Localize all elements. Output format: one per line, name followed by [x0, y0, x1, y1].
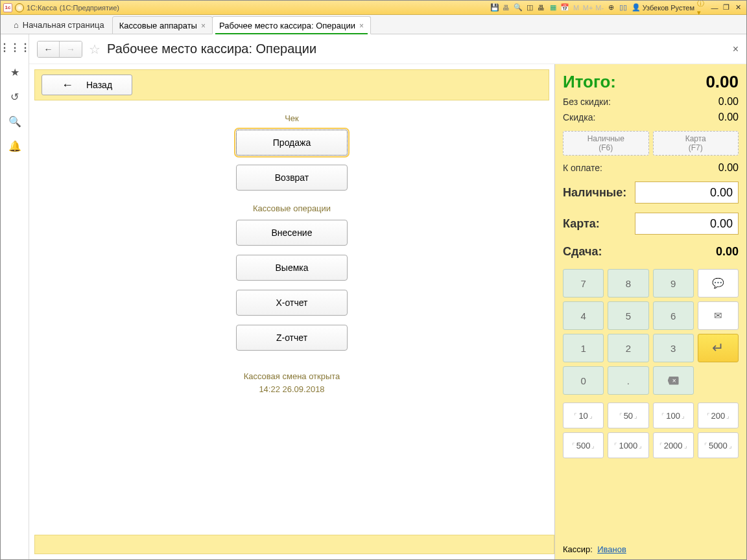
key-6[interactable]: 6 [653, 301, 694, 330]
tab-bar: ⌂ Начальная страница Кассовые аппараты ×… [1, 15, 746, 34]
minimize-icon[interactable]: — [709, 3, 720, 13]
shift-status: Кассовая смена открыта [29, 370, 554, 383]
m-icon[interactable]: M [571, 3, 582, 13]
print-icon[interactable]: 🖶 [501, 3, 512, 13]
calc-icon[interactable]: ▦ [547, 3, 559, 13]
tab-kkm[interactable]: Кассовые аппараты × [112, 16, 213, 34]
withdraw-button[interactable]: Выемка [236, 255, 348, 281]
close-window-icon[interactable]: ✕ [732, 3, 744, 13]
enter-icon: ↵ [712, 340, 724, 356]
key-4[interactable]: 4 [563, 301, 604, 330]
denom-label: 100 [666, 411, 680, 421]
card-pay-button[interactable]: Карта (F7) [653, 131, 739, 156]
close-icon[interactable]: × [201, 21, 206, 30]
key-8[interactable]: 8 [608, 269, 648, 298]
home-tab[interactable]: ⌂ Начальная страница [6, 16, 112, 34]
key-7[interactable]: 7 [563, 269, 604, 298]
page-close-icon[interactable]: × [733, 43, 739, 55]
tab-operations-label: Рабочее место кассира: Операции [219, 21, 355, 30]
search-icon[interactable]: 🔍 [8, 115, 21, 128]
topay-label: К оплате: [563, 163, 602, 173]
denom-label: 50 [624, 411, 633, 421]
zoom-icon[interactable]: ⊕ [606, 3, 617, 13]
card-pay-hint: (F7) [689, 143, 703, 152]
return-button[interactable]: Возврат [236, 165, 348, 191]
compare-icon[interactable]: ◫ [524, 3, 536, 13]
keypad: 7 8 9 💬 4 5 6 ✉ 1 2 3 ↵ 0 . × [563, 269, 739, 395]
home-icon: ⌂ [14, 20, 19, 30]
key-enter[interactable]: ↵ [698, 334, 739, 362]
denom-2000[interactable]: ⌜2000⌟ [653, 432, 694, 458]
history-icon[interactable]: ↺ [8, 90, 21, 103]
x-report-button[interactable]: X-отчет [236, 290, 348, 316]
page-title: Рабочее место кассира: Операции [107, 41, 316, 56]
favorites-icon[interactable]: ★ [8, 65, 21, 78]
denom-5000[interactable]: ⌜5000⌟ [698, 432, 739, 458]
cashier-info: Кассир: Иванов [563, 544, 626, 554]
nodiscount-label: Без скидки: [563, 97, 611, 107]
cash-input-label: Наличные: [563, 186, 626, 200]
key-3[interactable]: 3 [653, 334, 694, 362]
app-mode: (1С:Предприятие) [60, 4, 119, 12]
cash-input[interactable] [635, 181, 739, 204]
nav-forward-button[interactable]: → [60, 41, 82, 57]
denom-label: 2000 [664, 441, 683, 450]
denom-10[interactable]: ⌜10⌟ [563, 402, 604, 428]
denom-100[interactable]: ⌜100⌟ [653, 402, 694, 428]
key-backspace[interactable]: × [653, 366, 694, 395]
key-dot[interactable]: . [608, 366, 648, 395]
denom-500[interactable]: ⌜500⌟ [563, 432, 604, 458]
key-9[interactable]: 9 [653, 269, 694, 298]
print2-icon[interactable]: 🖶 [536, 3, 547, 13]
top-action-bar: ← Назад [34, 69, 549, 100]
topay-value: 0.00 [718, 162, 739, 174]
nav-back-button[interactable]: ← [38, 41, 60, 57]
star-icon[interactable]: ☆ [89, 41, 101, 57]
sale-button[interactable]: Продажа [236, 130, 348, 156]
cash-pay-button[interactable]: Наличные (F6) [563, 131, 649, 156]
z-report-button[interactable]: Z-отчет [236, 325, 348, 351]
calendar-icon[interactable]: 📅 [559, 3, 571, 13]
back-button[interactable]: ← Назад [42, 75, 132, 95]
denom-label: 10 [578, 411, 587, 421]
denom-label: 200 [711, 411, 726, 421]
close-icon[interactable]: × [359, 21, 364, 30]
denom-label: 5000 [709, 441, 728, 450]
change-value: 0.00 [716, 245, 739, 259]
key-0[interactable]: 0 [563, 366, 604, 395]
mminus-icon[interactable]: M- [594, 3, 606, 13]
key-2[interactable]: 2 [608, 334, 648, 362]
restore-icon[interactable]: ❐ [720, 3, 732, 13]
key-mail[interactable]: ✉ [698, 301, 739, 330]
card-input-label: Карта: [563, 217, 600, 231]
card-input[interactable] [635, 213, 739, 235]
card-pay-label: Карта [685, 134, 706, 143]
key-5[interactable]: 5 [608, 301, 648, 330]
tab-kkm-label: Кассовые аппараты [119, 21, 197, 30]
arrow-left-icon: ← [62, 78, 73, 92]
denom-1000[interactable]: ⌜1000⌟ [608, 432, 648, 458]
nodiscount-value: 0.00 [718, 96, 739, 108]
key-comment[interactable]: 💬 [698, 269, 739, 298]
cashier-link[interactable]: Иванов [597, 544, 626, 554]
totals-pane: Итого: 0.00 Без скидки: 0.00 Скидка: 0.0… [554, 64, 746, 559]
panels-icon[interactable]: ▯▯ [617, 3, 629, 13]
section-check-title: Чек [29, 113, 554, 123]
mplus-icon[interactable]: M+ [582, 3, 594, 13]
tab-operations[interactable]: Рабочее место кассира: Операции × [212, 16, 371, 34]
save-icon[interactable]: 💾 [489, 3, 501, 13]
apps-icon[interactable]: ⋮⋮⋮ [8, 41, 21, 54]
notifications-icon[interactable]: 🔔 [8, 139, 21, 152]
denom-200[interactable]: ⌜200⌟ [698, 402, 739, 428]
discount-value: 0.00 [718, 111, 739, 123]
deposit-button[interactable]: Внесение [236, 220, 348, 246]
denom-50[interactable]: ⌜50⌟ [608, 402, 648, 428]
side-rail: ⋮⋮⋮ ★ ↺ 🔍 🔔 [1, 34, 29, 559]
key-1[interactable]: 1 [563, 334, 604, 362]
nav-buttons: ← → [37, 41, 82, 58]
preview-icon[interactable]: 🔍 [512, 3, 524, 13]
info-icon[interactable]: ⓘ ▾ [697, 3, 709, 13]
dropdown-icon[interactable] [15, 3, 24, 12]
total-label: Итого: [563, 72, 616, 92]
user-label[interactable]: 👤 Узбеков Рустем [629, 3, 697, 12]
